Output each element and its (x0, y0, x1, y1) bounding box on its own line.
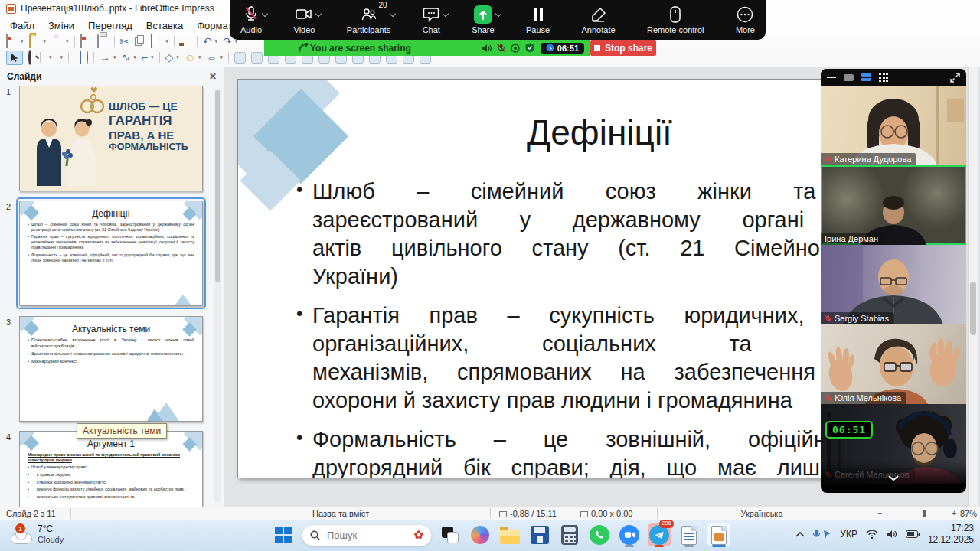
file-explorer-button[interactable] (498, 523, 521, 546)
task-view-button[interactable] (439, 523, 462, 546)
export-pdf-icon[interactable] (80, 35, 92, 47)
new-document-icon[interactable] (6, 35, 18, 47)
slide-thumbnail-4[interactable]: Аргумент 1 Міжнародне право визнає шлюб … (19, 431, 203, 507)
mic-muted-icon (825, 155, 831, 164)
thumb3-title: Актуальність теми (20, 324, 202, 334)
tray-clock[interactable]: 17:23 12.12.2025 (928, 523, 974, 546)
volume-icon[interactable] (887, 530, 897, 539)
mic-muted-icon (825, 315, 831, 323)
meeting-timer: 06:51 (541, 43, 584, 54)
vertical-scrollbar[interactable] (968, 67, 978, 507)
participants-button[interactable]: 20 Participants (347, 5, 390, 34)
arrow-shape-icon[interactable]: → (100, 52, 110, 63)
whatsapp-button[interactable] (588, 523, 611, 546)
redo-icon[interactable]: ↷ (223, 36, 232, 47)
expand-icon[interactable] (950, 73, 960, 83)
video-tile[interactable]: Sergiy Stabias (821, 245, 966, 324)
print-icon[interactable] (97, 35, 109, 47)
panel-scrollbar[interactable] (214, 89, 221, 502)
rectangle-icon[interactable] (80, 51, 81, 64)
tray-chevron-up-icon[interactable] (795, 531, 805, 537)
menu-file[interactable]: Файл (3, 18, 41, 33)
select-tool-icon[interactable] (6, 51, 23, 65)
zoom-percent[interactable]: 87% (960, 509, 977, 518)
floppy-app-button[interactable] (528, 523, 551, 546)
collapse-strip[interactable] (821, 461, 966, 484)
toolbar-icon[interactable] (234, 52, 246, 64)
annotate-button[interactable]: Annotate (582, 5, 616, 34)
zoom-in-icon[interactable]: + (952, 508, 956, 517)
sharing-message: You are screen sharing (310, 43, 411, 54)
language-tray[interactable]: УКР (840, 529, 858, 540)
save-icon[interactable] (51, 35, 63, 47)
object-size: 0,00 x 0,00 (580, 509, 632, 518)
fit-slide-icon[interactable] (864, 510, 871, 517)
menu-insert[interactable]: Вставка (139, 18, 190, 33)
audio-button[interactable]: Audio (240, 5, 262, 34)
copilot-button[interactable] (469, 523, 492, 546)
minimize-icon[interactable] (827, 77, 836, 78)
slide-thumbnail-2-selected[interactable]: Дефініції Шлюб – сімейний союз жінки та … (19, 201, 203, 306)
zoom-slider[interactable] (888, 514, 948, 514)
close-icon[interactable]: ✕ (209, 71, 217, 82)
language-indicator[interactable]: Українська (666, 509, 858, 518)
menu-edit[interactable]: Зміни (41, 18, 81, 33)
curve-icon[interactable]: ∿ (122, 52, 131, 63)
chevron-down-icon[interactable] (495, 11, 501, 17)
clone-formatting-icon[interactable] (180, 35, 191, 47)
video-tile[interactable]: Юлія Мельнікова (821, 324, 966, 404)
stop-icon (594, 45, 600, 51)
pause-button[interactable]: Pause (526, 5, 550, 34)
tray-date: 12.12.2025 (928, 534, 974, 546)
slide-number: 2 (6, 202, 11, 211)
video-tile[interactable]: 06:51 Євгеній Мельников (821, 404, 966, 484)
chat-button[interactable]: Chat (423, 5, 440, 34)
ellipse-icon[interactable] (87, 51, 88, 64)
writer-app-button[interactable] (678, 523, 701, 546)
block-arrows-icon[interactable]: ⇔ (207, 52, 217, 63)
speaker-view-icon[interactable] (844, 74, 854, 81)
record-icon[interactable] (511, 44, 520, 53)
zoom-app-button[interactable] (618, 523, 641, 546)
symbol-shapes-icon[interactable]: ☺ (185, 52, 195, 63)
gallery-view-icon[interactable] (879, 73, 888, 82)
battery-icon[interactable] (906, 530, 920, 538)
more-button[interactable]: More (736, 5, 755, 34)
video-tile[interactable]: Катерина Дудорова (821, 86, 966, 165)
connector-icon[interactable]: ⌐ (142, 52, 148, 63)
share-button[interactable]: Share (472, 5, 494, 34)
calculator-button[interactable] (558, 523, 581, 546)
remote-control-button[interactable]: Remote control (647, 5, 704, 34)
paste-icon[interactable] (151, 35, 162, 47)
chevron-down-icon[interactable] (389, 11, 395, 17)
chevron-down-icon[interactable] (315, 11, 322, 17)
zoom-tool-icon[interactable] (28, 51, 34, 64)
cut-icon[interactable]: ✂ (120, 36, 129, 47)
mic-location-tray-icon[interactable] (813, 529, 831, 540)
zoom-out-icon[interactable]: − (877, 508, 882, 517)
security-shield-icon[interactable] (525, 43, 534, 53)
telegram-button[interactable]: 206 (648, 523, 671, 546)
video-tile-active-speaker[interactable]: Ірина Дерман (821, 165, 966, 245)
undo-icon[interactable]: ↶ (203, 36, 212, 47)
open-file-icon[interactable] (29, 35, 41, 47)
copy-icon[interactable] (134, 35, 145, 47)
basic-shapes-icon[interactable]: ◇ (165, 52, 174, 63)
search-input[interactable] (325, 529, 396, 542)
chevron-down-icon[interactable] (262, 11, 268, 17)
taskbar-search[interactable]: ✿ (302, 524, 432, 546)
weather-widget[interactable]: 1 7°C Cloudy (9, 523, 64, 546)
chevron-down-icon[interactable] (443, 11, 449, 17)
stop-share-button[interactable]: Stop share (590, 40, 656, 56)
toolbar-icon[interactable] (251, 52, 263, 64)
wifi-icon[interactable] (866, 530, 878, 539)
chevron-down-icon[interactable] (887, 474, 900, 481)
video-button[interactable]: Video (294, 5, 315, 34)
strip-view-icon[interactable] (861, 73, 871, 81)
slide-thumbnail-3[interactable]: Актуальність теми Повномасштабне вторгне… (19, 316, 203, 422)
start-button[interactable] (272, 523, 295, 546)
slide-thumbnail-1[interactable]: ШЛЮБ — ЦЕ ГАРАНТІЯ ПРАВ, А НЕ ФОРМАЛЬНІС… (19, 86, 203, 191)
menu-view[interactable]: Перегляд (81, 18, 139, 33)
impress-app-button[interactable] (707, 523, 730, 546)
participant-name: Юлія Мельнікова (821, 392, 906, 404)
